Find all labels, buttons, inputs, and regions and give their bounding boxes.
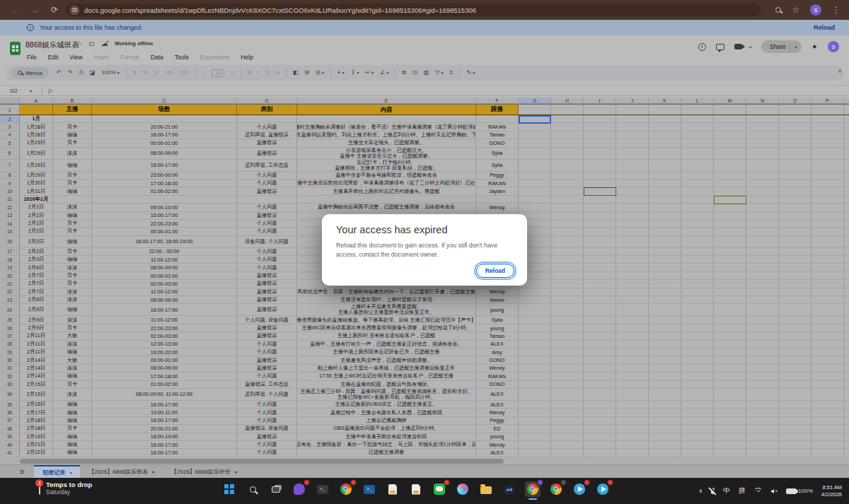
text-wrap-caret-icon[interactable]: ▾ bbox=[371, 71, 374, 75]
col-letter-D[interactable]: D bbox=[237, 98, 297, 103]
cell[interactable]: 沫沫 bbox=[53, 389, 92, 400]
mic-muted-icon[interactable] bbox=[711, 488, 715, 494]
row-number[interactable]: 19 bbox=[0, 264, 20, 271]
row-number[interactable]: 20 bbox=[0, 272, 20, 279]
cell[interactable]: 缅缅 bbox=[53, 212, 92, 219]
format-number-icon[interactable]: 123 bbox=[179, 70, 188, 76]
cell[interactable]: 个人问题 bbox=[237, 264, 297, 271]
create-filter-icon[interactable]: ▽▾ bbox=[435, 70, 443, 76]
cell[interactable]: 2月22日 bbox=[20, 449, 53, 456]
cell[interactable]: 直播错误 bbox=[237, 356, 297, 363]
zoom-icon[interactable] bbox=[775, 7, 781, 13]
empty-cells[interactable] bbox=[519, 332, 849, 339]
cell[interactable]: OBS直播跳出问题不会处理，上播迟到9分钟。 bbox=[297, 425, 476, 432]
cell[interactable]: 2月1日 bbox=[20, 204, 53, 211]
cell[interactable]: 16:00-17:00 bbox=[92, 441, 237, 448]
cell[interactable]: 2月3日 bbox=[20, 256, 53, 263]
cell[interactable]: 内容 bbox=[297, 105, 476, 115]
cell[interactable]: 01:00-02:00 bbox=[92, 187, 237, 194]
cell[interactable]: 00:00-01:00 bbox=[92, 139, 237, 146]
cell[interactable]: 大糖 bbox=[53, 356, 92, 363]
insert-link-icon[interactable]: ⧉ bbox=[402, 70, 406, 76]
cell[interactable]: 主播坐太靠近镜头，已提醒调整。 bbox=[297, 139, 476, 146]
col-letter-F[interactable]: F bbox=[476, 98, 519, 103]
cell[interactable]: young bbox=[476, 433, 519, 440]
zoom-select-icon[interactable]: 100%▾ bbox=[101, 70, 119, 76]
cell[interactable]: 个人问题 bbox=[237, 180, 297, 187]
browser-profile-avatar[interactable]: S bbox=[810, 4, 821, 16]
cell[interactable]: 1月29日 bbox=[20, 139, 53, 146]
cell[interactable] bbox=[92, 196, 237, 203]
row-number[interactable]: 33 bbox=[0, 381, 20, 388]
empty-cells[interactable] bbox=[519, 409, 849, 416]
menu-help[interactable]: Help bbox=[236, 52, 257, 62]
cell[interactable]: 2月2日 bbox=[20, 228, 53, 235]
cell[interactable]: 忘记打卡，打卡晚9分钟。 直播期间，主播多次打字 回复私信，已提醒。 bbox=[297, 160, 476, 171]
empty-cells[interactable] bbox=[519, 401, 849, 408]
cell[interactable]: 贝卡 bbox=[53, 324, 92, 332]
cell[interactable]: 已提醒主播调整 bbox=[297, 449, 476, 456]
dialog-reload-button[interactable]: Reload bbox=[476, 264, 514, 278]
cell[interactable]: 16:00-17:00 bbox=[92, 304, 237, 315]
col-letter-L[interactable]: L bbox=[681, 98, 714, 103]
row-number[interactable]: 28 bbox=[0, 341, 20, 348]
cell[interactable]: young bbox=[476, 304, 519, 315]
menu-edit[interactable]: Edit bbox=[44, 52, 63, 62]
menu-view[interactable]: View bbox=[65, 52, 86, 62]
bookmark-star-icon[interactable]: ☆ bbox=[792, 6, 799, 14]
row-number[interactable]: 12 bbox=[0, 204, 20, 211]
merge-cells-icon[interactable]: ⊟▾ bbox=[316, 70, 324, 76]
pinned-app[interactable] bbox=[291, 481, 307, 497]
row-number[interactable]: 39 bbox=[0, 433, 20, 440]
document-app-2[interactable] bbox=[408, 481, 424, 497]
row-number[interactable]: 21 bbox=[0, 280, 20, 287]
comments-icon[interactable] bbox=[716, 44, 724, 50]
paint-format-icon[interactable]: ◪ bbox=[90, 70, 96, 76]
cell[interactable]: 01:00-02:00 bbox=[92, 381, 237, 388]
empty-cells[interactable] bbox=[519, 105, 849, 115]
cell[interactable]: 缅缅 bbox=[53, 131, 92, 139]
cell[interactable]: 类别 bbox=[237, 105, 297, 115]
cell[interactable]: 00:00-01:00 bbox=[92, 356, 237, 363]
cell[interactable]: RAKAN bbox=[476, 123, 519, 130]
cell[interactable]: 2月1日 bbox=[20, 212, 53, 219]
row-number[interactable]: 10 bbox=[0, 187, 20, 194]
cell[interactable]: 2月6日 bbox=[20, 264, 53, 271]
empty-cells[interactable] bbox=[519, 324, 849, 332]
tab-caret-icon[interactable]: ▾ bbox=[69, 470, 71, 475]
cell[interactable]: 沫沫 bbox=[53, 148, 92, 159]
cell[interactable]: 1月 bbox=[20, 115, 53, 122]
pen-icon[interactable]: ✎▾ bbox=[466, 70, 475, 76]
weather-widget[interactable]: 3 Temps to drop Saturday bbox=[39, 481, 92, 496]
cell[interactable]: 主播麦克风没声音，已提醒并协助调整。 bbox=[297, 356, 476, 363]
text-rotate-caret-icon[interactable]: ▾ bbox=[386, 71, 388, 75]
cell[interactable]: 08:00-09:00 bbox=[92, 264, 237, 271]
cell[interactable]: 个人问题 bbox=[237, 409, 297, 416]
battery-indicator[interactable]: 100% bbox=[786, 488, 812, 494]
monitor-app[interactable] bbox=[502, 481, 517, 497]
cell[interactable]: 个人问题, 设备问题 bbox=[237, 316, 297, 323]
cell[interactable]: Wendy bbox=[476, 365, 519, 372]
italic-icon[interactable]: I bbox=[258, 70, 259, 76]
redo-icon[interactable]: ↷ bbox=[68, 70, 73, 76]
cell[interactable]: 贝卡 bbox=[53, 272, 92, 279]
cell[interactable]: 22:00 - 00:00 bbox=[92, 248, 237, 255]
cell[interactable]: DONO bbox=[476, 381, 519, 388]
empty-cells[interactable] bbox=[519, 296, 849, 303]
row-number[interactable]: 31 bbox=[0, 365, 20, 372]
cell[interactable]: 11:00-12:00 bbox=[92, 256, 237, 263]
cell[interactable]: 个人问题 bbox=[237, 341, 297, 348]
strikethrough-icon[interactable]: S bbox=[265, 70, 269, 76]
vertical-align-icon[interactable]: ↧▾ bbox=[351, 70, 359, 76]
share-button[interactable]: Share ▾ bbox=[761, 40, 802, 53]
row-number[interactable]: 5 bbox=[0, 139, 20, 146]
cell[interactable]: 迟到早退, 工作态度 bbox=[237, 160, 297, 171]
row-number[interactable]: 22 bbox=[0, 288, 20, 295]
telegram-app-1[interactable] bbox=[572, 481, 587, 497]
cell[interactable]: 直播过程中，主播台有露出私人东西，已提醒收回 bbox=[297, 409, 476, 416]
cell[interactable]: 1月29日 bbox=[20, 148, 53, 159]
cell[interactable]: 08:00-09:00 bbox=[92, 365, 237, 372]
taskbar-search[interactable] bbox=[245, 481, 260, 497]
cell[interactable]: 直播错误, 设备问题 bbox=[237, 425, 297, 432]
cell[interactable]: Sylia bbox=[476, 316, 519, 323]
